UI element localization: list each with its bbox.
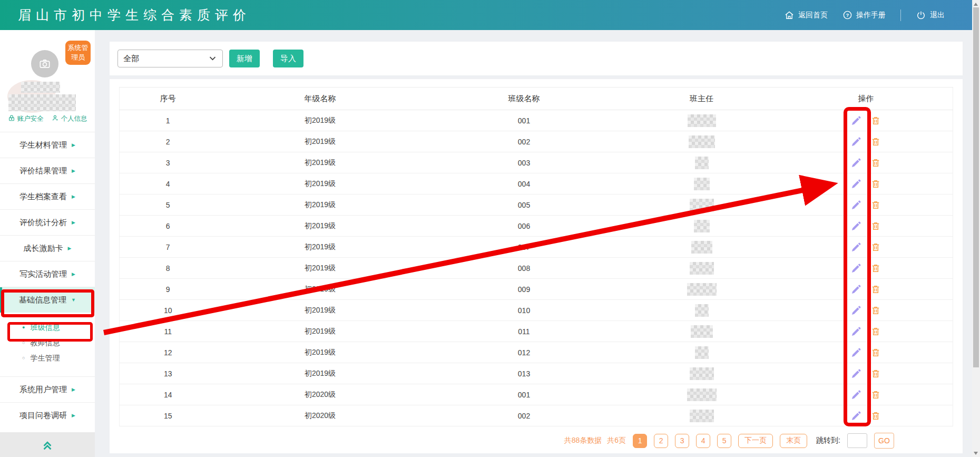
person-icon [52,114,59,123]
sidebar-collapse-button[interactable] [0,432,95,457]
column-header-2: 班级名称 [424,87,624,110]
role-badge: 系统管理员 [65,41,91,65]
column-header-0: 序号 [120,87,217,110]
add-button[interactable]: 新增 [229,50,260,67]
submenu-item-0[interactable]: ●班级信息 [0,320,95,335]
profile-link-0[interactable]: 账户安全 [8,114,44,123]
delete-button[interactable] [870,137,881,147]
bullet-icon: ○ [22,341,25,345]
page-button-4[interactable]: 4 [696,434,710,448]
edit-button[interactable] [850,389,862,401]
delete-button[interactable] [870,242,881,252]
edit-button[interactable] [850,136,862,148]
edit-button[interactable] [850,178,862,190]
table-row: 5初2019级005 [120,195,953,216]
delete-button[interactable] [870,347,881,358]
sidebar-item-2[interactable]: 学生档案查看▶ [0,183,95,209]
import-button[interactable]: 导入 [273,50,303,67]
page-button-3[interactable]: 3 [675,434,689,448]
delete-button[interactable] [870,326,881,337]
scroll-up-arrow-icon[interactable] [974,3,978,6]
sidebar-item-label: 评价结果管理 [19,166,67,176]
next-page-button[interactable]: 下一页 [738,434,773,448]
profile-link-1[interactable]: 个人信息 [52,114,87,123]
main-content: 全部 新增 导入 序号年级名称班级名称班主任操作 1初2019级0012初201… [95,30,972,457]
sidebar-item-label: 项目问卷调研 [19,411,67,421]
scrollbar-thumb[interactable] [973,7,979,367]
actions-cell [779,300,953,321]
scroll-down-arrow-icon[interactable] [974,452,978,455]
table-row: 14初2020级001 [120,384,953,405]
nav-item-0[interactable]: 返回首页 [784,10,828,21]
edit-button[interactable] [850,220,862,232]
teacher-cell-redacted [624,342,779,363]
page-button-1[interactable]: 1 [633,434,647,448]
edit-button[interactable] [850,326,862,337]
filter-select[interactable]: 全部 [117,50,223,67]
sidebar-item-7[interactable]: 系统用户管理▶ [0,376,95,402]
sidebar-item-0[interactable]: 学生材料管理▶ [0,132,95,158]
actions-cell [779,405,953,426]
actions-cell [779,131,953,152]
go-button[interactable]: GO [874,433,894,449]
teacher-cell-redacted [624,131,779,152]
delete-button[interactable] [870,284,881,295]
camera-icon [38,57,52,71]
edit-button[interactable] [850,347,862,358]
teacher-cell-redacted [624,216,779,237]
grade-name-cell: 初2019级 [217,342,424,363]
jump-page-input[interactable] [847,433,867,448]
sidebar-item-5[interactable]: 写实活动管理▶ [0,261,95,287]
submenu-item-1[interactable]: ○教师信息 [0,335,95,351]
delete-button[interactable] [870,221,881,231]
edit-button[interactable] [850,410,862,422]
sidebar-item-1[interactable]: 评价结果管理▶ [0,158,95,183]
home-icon [784,10,795,21]
delete-button[interactable] [870,390,881,400]
grade-name-cell: 初2019级 [217,237,424,258]
row-index-cell: 11 [120,321,217,342]
class-name-cell: 001 [424,384,624,405]
edit-button[interactable] [850,262,862,274]
avatar[interactable] [31,50,58,77]
edit-button[interactable] [850,199,862,211]
delete-button[interactable] [870,179,881,189]
edit-button[interactable] [850,241,862,253]
actions-cell [779,363,953,384]
delete-button[interactable] [870,263,881,274]
nav-item-1[interactable]: ?操作手册 [842,10,886,20]
delete-button[interactable] [870,158,881,168]
vertical-scrollbar[interactable] [972,0,980,457]
top-header: 眉山市初中学生综合素质评价 返回首页?操作手册退出 [0,0,972,30]
sidebar-item-4[interactable]: 成长激励卡▶ [0,235,95,261]
edit-button[interactable] [850,157,862,169]
pagination-summary: 共88条数据 共6页 [564,436,626,445]
edit-button[interactable] [850,284,862,295]
table-row: 6初2019级006 [120,216,953,237]
delete-button[interactable] [870,115,881,126]
delete-button[interactable] [870,200,881,210]
edit-button[interactable] [850,115,862,127]
submenu-item-label: 学生管理 [30,354,60,363]
delete-button[interactable] [870,305,881,316]
sidebar-item-8[interactable]: 项目问卷调研▶ [0,402,95,428]
page-button-2[interactable]: 2 [654,434,668,448]
class-name-cell: 007 [424,237,624,258]
sidebar-item-6[interactable]: 基础信息管理▼ [0,287,95,313]
teacher-cell-redacted [624,110,779,131]
page-button-5[interactable]: 5 [717,434,731,448]
row-index-cell: 14 [120,384,217,405]
edit-button[interactable] [850,305,862,316]
edit-button[interactable] [850,368,862,380]
last-page-button[interactable]: 末页 [780,434,807,448]
delete-button[interactable] [870,411,881,421]
actions-cell [779,321,953,342]
sidebar-item-label: 基础信息管理 [19,295,66,305]
sidebar: 系统管理员 账户安全个人信息 学生材料管理▶评价结果管理▶学生档案查看▶评价统计… [0,30,95,457]
teacher-redaction-mosaic [695,304,709,317]
grade-name-cell: 初2019级 [217,279,424,300]
delete-button[interactable] [870,368,881,379]
sidebar-item-3[interactable]: 评价统计分析▶ [0,209,95,235]
nav-item-2[interactable]: 退出 [916,10,945,21]
submenu-item-2[interactable]: ○学生管理 [0,351,95,366]
